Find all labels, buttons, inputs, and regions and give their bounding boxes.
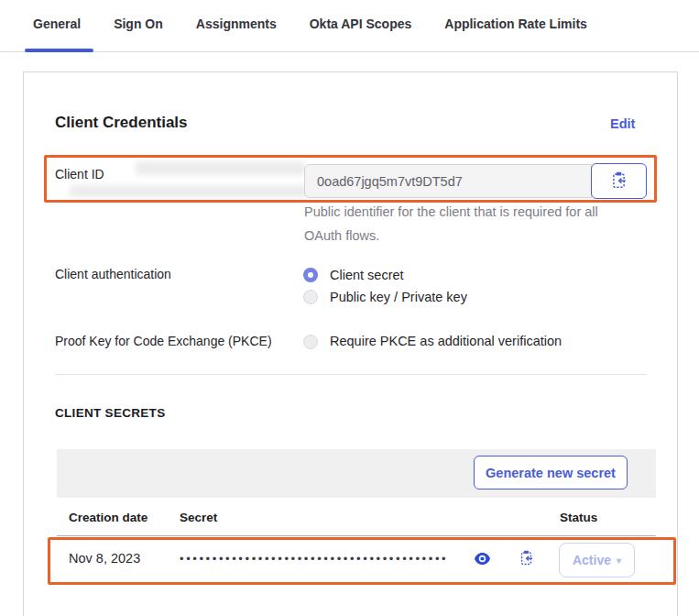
- tab-application-rate-limits[interactable]: Application Rate Limits: [444, 16, 587, 31]
- radio-client-secret[interactable]: [303, 268, 318, 282]
- reveal-secret-button[interactable]: [475, 553, 490, 565]
- column-header-status: Status: [560, 511, 597, 524]
- pkce-option-label: Require PKCE as additional verification: [330, 334, 562, 348]
- pkce-label: Proof Key for Code Exchange (PKCE): [55, 334, 272, 348]
- pkce-checkbox[interactable]: [303, 335, 318, 349]
- client-id-help-text: Public identifier for the client that is…: [304, 201, 598, 248]
- secret-status-dropdown[interactable]: Active ▾: [559, 543, 635, 578]
- tab-general[interactable]: General: [33, 16, 81, 31]
- client-id-label: Client ID: [55, 167, 104, 182]
- tabbar-divider: [0, 51, 699, 52]
- copy-secret-button[interactable]: [519, 550, 533, 566]
- tab-sign-on[interactable]: Sign On: [114, 16, 163, 31]
- tab-assignments[interactable]: Assignments: [196, 16, 277, 31]
- copy-client-id-button[interactable]: [591, 163, 647, 199]
- clipboard-copy-icon: [519, 555, 533, 568]
- client-id-input[interactable]: [304, 164, 592, 198]
- radio-public-private-key-label: Public key / Private key: [330, 290, 467, 304]
- eye-icon: [475, 554, 490, 567]
- radio-client-secret-label: Client secret: [330, 268, 404, 282]
- column-header-creation-date: Creation date: [69, 511, 147, 524]
- table-header-divider: [57, 535, 656, 536]
- secret-creation-date: Nov 8, 2023: [69, 551, 140, 566]
- client-credentials-title: Client Credentials: [55, 114, 188, 132]
- edit-link[interactable]: Edit: [610, 116, 635, 131]
- section-divider: [55, 374, 647, 375]
- column-header-secret: Secret: [180, 511, 217, 524]
- active-tab-underline: [25, 49, 93, 52]
- chevron-down-icon: ▾: [617, 556, 621, 566]
- radio-public-private-key[interactable]: [303, 290, 318, 304]
- status-label: Active: [573, 553, 611, 567]
- generate-new-secret-button[interactable]: Generate new secret: [474, 456, 628, 490]
- tab-okta-api-scopes[interactable]: Okta API Scopes: [310, 16, 412, 31]
- clipboard-copy-icon: [611, 171, 627, 192]
- app-tabs: General Sign On Assignments Okta API Sco…: [33, 16, 587, 31]
- client-secrets-title: CLIENT SECRETS: [55, 406, 165, 420]
- client-authentication-label: Client authentication: [55, 267, 171, 281]
- masked-secret-value: ••••••••••••••••••••••••••••••••••••••••…: [180, 552, 448, 566]
